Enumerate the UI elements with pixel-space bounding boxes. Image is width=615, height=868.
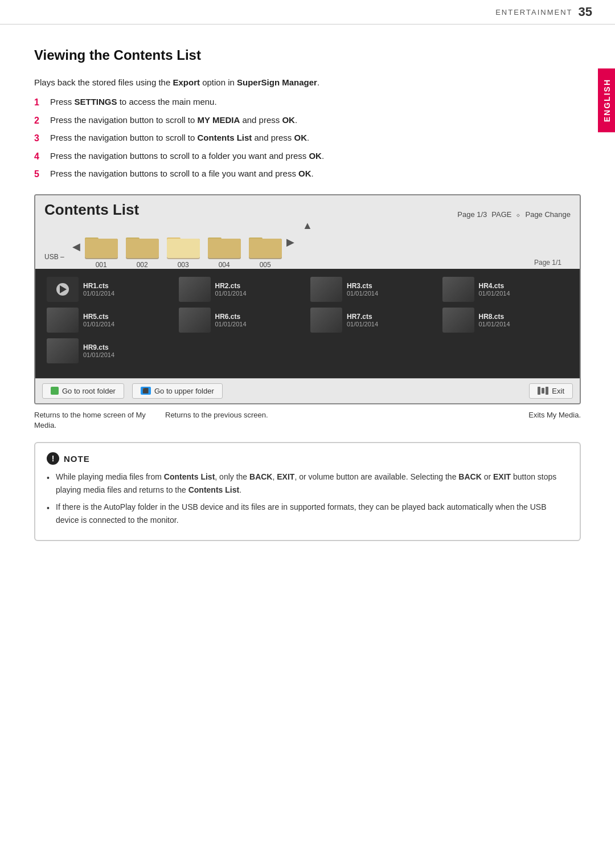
folder-label-003: 003: [167, 261, 200, 269]
file-item-hr2[interactable]: HR2.cts 01/01/2014: [179, 277, 305, 302]
folder-icons-row: [85, 233, 282, 259]
step-3: 3 Press the navigation button to scroll …: [34, 131, 581, 146]
ui-bottom-bar: Go to root folder ⬛ Go to upper folder E…: [35, 378, 580, 403]
steps-list: 1 Press SETTINGS to access the main menu…: [34, 95, 581, 182]
file-date: 01/01/2014: [347, 290, 378, 297]
file-info: HR5.cts 01/01/2014: [83, 313, 114, 327]
go-to-root-button[interactable]: Go to root folder: [42, 383, 124, 399]
note-title: NOTE: [64, 454, 90, 464]
step-1: 1 Press SETTINGS to access the main menu…: [34, 95, 581, 110]
folder-icon: [249, 233, 282, 259]
file-name: HR3.cts: [347, 282, 378, 290]
usb-label: USB –: [44, 253, 64, 269]
folder-004[interactable]: [208, 233, 241, 259]
note-bullet-1: • While playing media files from Content…: [47, 470, 568, 496]
exit-button[interactable]: Exit: [529, 383, 573, 399]
folder-icon: [126, 233, 159, 259]
folder-003[interactable]: [167, 233, 200, 259]
file-item-hr9[interactable]: HR9.cts 01/01/2014: [47, 338, 173, 363]
page-change-label: Page Change: [525, 210, 571, 219]
page-info: Page 1/3 PAGE ⬦ Page Change: [457, 210, 571, 219]
play-icon: [56, 283, 69, 296]
intro-paragraph: Plays back the stored files using the Ex…: [34, 76, 581, 89]
file-name: HR9.cts: [83, 343, 114, 351]
file-item-hr7[interactable]: HR7.cts 01/01/2014: [310, 308, 437, 333]
file-item-hr5[interactable]: HR5.cts 01/01/2014: [47, 308, 173, 333]
svg-rect-5: [126, 239, 159, 258]
folder-005[interactable]: [249, 233, 282, 259]
annotation-3: Exits My Media.: [528, 410, 581, 431]
step-4: 4 Press the navigation buttons to scroll…: [34, 149, 581, 164]
exit-label: Exit: [552, 387, 564, 395]
folder-icon: [85, 233, 118, 259]
file-thumbnail: [179, 308, 211, 333]
folders-section: 001 002 003 004 005: [85, 233, 282, 269]
file-info: HR7.cts 01/01/2014: [347, 313, 378, 327]
ui-files-area: HR1.cts 01/01/2014 HR2.cts 01/01/2014: [35, 269, 580, 378]
folder-label-002: 002: [126, 261, 159, 269]
file-name: HR4.cts: [479, 282, 510, 290]
file-item-hr4[interactable]: HR4.cts 01/01/2014: [442, 277, 569, 302]
file-item-hr3[interactable]: HR3.cts 01/01/2014: [310, 277, 437, 302]
file-info: HR3.cts 01/01/2014: [347, 282, 378, 297]
file-name: HR7.cts: [347, 313, 378, 321]
go-to-upper-button[interactable]: ⬛ Go to upper folder: [132, 383, 223, 399]
page-label: PAGE: [491, 210, 511, 219]
folder-label-005: 005: [249, 261, 282, 269]
file-thumbnail: [47, 308, 79, 333]
file-date: 01/01/2014: [83, 290, 114, 297]
section-label: ENTERTAINMENT: [495, 8, 572, 17]
page-counter: Page 1/3: [457, 210, 487, 219]
step-2: 2 Press the navigation button to scroll …: [34, 113, 581, 128]
file-thumbnail: [310, 277, 342, 302]
file-item-hr1[interactable]: HR1.cts 01/01/2014: [47, 277, 173, 302]
file-date: 01/01/2014: [215, 321, 247, 327]
go-to-upper-label: Go to upper folder: [154, 387, 214, 395]
exit-icon: [538, 387, 548, 395]
file-date: 01/01/2014: [83, 351, 114, 358]
folder-icon: [167, 233, 200, 259]
folder-navigation-row: USB – ◀: [44, 233, 571, 269]
page-header: ENTERTAINMENT 35: [0, 0, 615, 24]
folder-002[interactable]: [126, 233, 159, 259]
file-item-hr8[interactable]: HR8.cts 01/01/2014: [442, 308, 569, 333]
file-info: HR8.cts 01/01/2014: [479, 313, 510, 327]
right-arrow-icon: ▶: [282, 236, 299, 265]
step-5: 5 Press the navigation buttons to scroll…: [34, 167, 581, 182]
svg-rect-8: [167, 239, 200, 258]
file-info: HR1.cts 01/01/2014: [83, 282, 114, 297]
file-thumbnail: [442, 308, 474, 333]
file-name: HR5.cts: [83, 313, 114, 321]
file-name: HR1.cts: [83, 282, 114, 290]
ui-title-row: Contents List Page 1/3 PAGE ⬦ Page Chang…: [44, 201, 571, 219]
main-content: Viewing the Contents List Plays back the…: [0, 24, 615, 564]
file-info: HR2.cts 01/01/2014: [215, 282, 247, 297]
file-date: 01/01/2014: [83, 321, 114, 327]
note-bullet-2: • If there is the AutoPlay folder in the…: [47, 501, 568, 526]
left-arrow-icon: ◀: [68, 240, 85, 261]
contents-list-title: Contents List: [44, 201, 139, 219]
folder-001[interactable]: [85, 233, 118, 259]
folder-labels-row: 001 002 003 004 005: [85, 261, 282, 269]
english-tab: ENGLISH: [598, 68, 615, 132]
page-number: 35: [579, 5, 592, 19]
green-icon: [51, 387, 59, 395]
folder-label-001: 001: [85, 261, 118, 269]
file-item-hr6[interactable]: HR6.cts 01/01/2014: [179, 308, 305, 333]
page-title: Viewing the Contents List: [34, 47, 581, 63]
blue-folder-icon: ⬛: [141, 387, 151, 395]
ui-top-area: Contents List Page 1/3 PAGE ⬦ Page Chang…: [35, 195, 580, 269]
note-icon: !: [47, 452, 59, 465]
folder-icon: [208, 233, 241, 259]
file-info: HR9.cts 01/01/2014: [83, 343, 114, 358]
file-date: 01/01/2014: [347, 321, 378, 327]
page-1-1: Page 1/1: [534, 259, 571, 269]
svg-rect-2: [85, 239, 118, 258]
file-name: HR8.cts: [479, 313, 510, 321]
note-header: ! NOTE: [47, 452, 568, 465]
file-date: 01/01/2014: [215, 290, 247, 297]
chevron-updown-icon: ⬦: [516, 210, 520, 219]
file-thumbnail: [442, 277, 474, 302]
file-thumbnail: [179, 277, 211, 302]
file-grid: HR1.cts 01/01/2014 HR2.cts 01/01/2014: [47, 277, 568, 363]
